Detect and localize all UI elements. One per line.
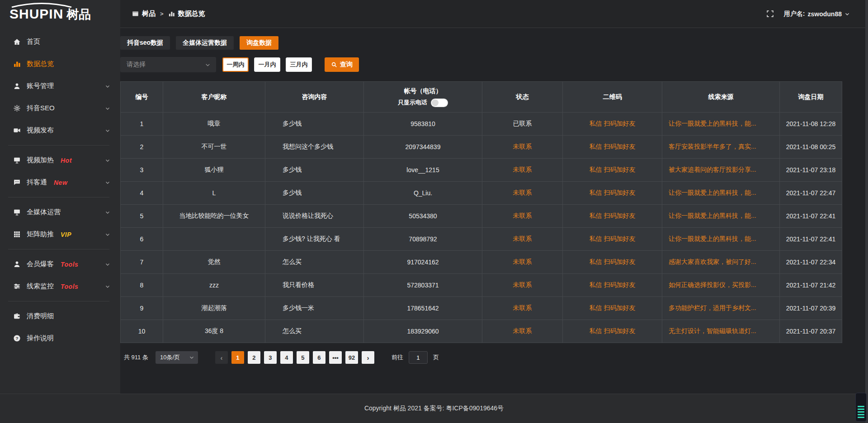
- sidebar-item-data-overview[interactable]: 数据总览: [0, 53, 120, 75]
- page-button-92[interactable]: 92: [345, 351, 358, 364]
- private-message-link[interactable]: 私信: [590, 166, 602, 173]
- sliders-icon: [13, 282, 21, 291]
- goto-label: 前往: [392, 353, 403, 362]
- cell-inquiry-date: 2021-11-07 22:34: [780, 251, 842, 274]
- private-message-link[interactable]: 私信: [590, 258, 602, 265]
- lead-source-link[interactable]: 让你一眼就爱上的黑科技，能...: [669, 235, 756, 242]
- cell-no: 1: [121, 113, 163, 136]
- extension-widget[interactable]: [855, 393, 867, 422]
- page-button-5[interactable]: 5: [297, 351, 309, 364]
- range-button-three-months[interactable]: 三月内: [286, 57, 312, 72]
- cell-status: 未联系: [482, 136, 563, 159]
- cell-lead-source: 多功能护栏灯，适用于乡村文...: [662, 297, 780, 320]
- cell-status: 未联系: [482, 274, 563, 297]
- table-row: 8 zzz 我只看价格 572803371 未联系 私信 扫码加好友 如何正确选…: [121, 274, 842, 297]
- scan-add-friend-link[interactable]: 扫码加好友: [604, 120, 635, 127]
- page-button-1-active[interactable]: 1: [231, 351, 244, 364]
- cell-qrcode: 私信 扫码加好友: [563, 228, 662, 251]
- private-message-link[interactable]: 私信: [590, 327, 602, 334]
- sidebar-item-label: 消费明细: [27, 312, 54, 320]
- header-nickname: 客户昵称: [163, 82, 265, 113]
- private-message-link[interactable]: 私信: [590, 189, 602, 196]
- sidebar: SHUPIN 树品 首页 数据总览 账号管理: [0, 0, 120, 394]
- cell-account: 917024162: [364, 251, 482, 274]
- private-message-link[interactable]: 私信: [590, 143, 602, 150]
- inquiry-table: 编号 客户昵称 咨询内容 帐号（电话） 只显示电话 状态: [120, 81, 842, 343]
- breadcrumb-separator: >: [160, 10, 164, 17]
- lead-source-link[interactable]: 被大家追着问的客厅投影分享...: [669, 166, 756, 173]
- cell-inquiry-date: 2021-11-07 22:41: [780, 228, 842, 251]
- search-button[interactable]: 查询: [325, 57, 359, 72]
- lead-source-link[interactable]: 多功能护栏灯，适用于乡村文...: [669, 304, 756, 311]
- scan-add-friend-link[interactable]: 扫码加好友: [604, 327, 635, 334]
- sidebar-item-video-publish[interactable]: 视频发布: [0, 119, 120, 141]
- page-size-select[interactable]: 10条/页: [156, 351, 198, 364]
- breadcrumb-current[interactable]: 数据总览: [168, 9, 205, 18]
- scan-add-friend-link[interactable]: 扫码加好友: [604, 281, 635, 288]
- lead-source-link[interactable]: 无主灯设计，智能磁吸轨道灯...: [669, 327, 756, 334]
- tab-douyin-seo-data[interactable]: 抖音seo数据: [120, 36, 170, 50]
- cell-status: 未联系: [482, 205, 563, 228]
- range-button-one-month[interactable]: 一月内: [254, 57, 280, 72]
- phone-only-toggle[interactable]: [431, 99, 448, 107]
- home-icon: [13, 38, 21, 46]
- lead-source-link[interactable]: 感谢大家喜欢我家，被问了好...: [669, 258, 756, 265]
- sidebar-item-douyin-seo[interactable]: 抖音SEO: [0, 97, 120, 119]
- question-icon: ?: [13, 334, 21, 343]
- private-message-link[interactable]: 私信: [590, 120, 602, 127]
- scan-add-friend-link[interactable]: 扫码加好友: [604, 235, 635, 242]
- main-area: 树品 > 数据总览 用户名: zswodun88: [120, 0, 868, 394]
- range-button-one-week[interactable]: 一周内: [222, 57, 249, 72]
- goto-page-input[interactable]: [409, 351, 428, 364]
- scrollbar-track[interactable]: [865, 0, 868, 423]
- page-button-3[interactable]: 3: [264, 351, 277, 364]
- scan-add-friend-link[interactable]: 扫码加好友: [604, 143, 635, 150]
- sidebar-item-lead-monitoring[interactable]: 线索监控 Tools: [0, 275, 120, 297]
- private-message-link[interactable]: 私信: [590, 235, 602, 242]
- chevron-down-icon: [105, 210, 110, 215]
- logo-text-en: SHUPIN: [9, 6, 63, 22]
- lead-source-link[interactable]: 让你一眼就爱上的黑科技，能...: [669, 120, 756, 127]
- scan-add-friend-link[interactable]: 扫码加好友: [604, 166, 635, 173]
- fullscreen-icon[interactable]: [766, 10, 774, 18]
- prev-page-button[interactable]: ‹: [215, 351, 228, 364]
- sidebar-item-home[interactable]: 首页: [0, 31, 120, 53]
- sidebar-item-douketong[interactable]: 抖客通 New: [0, 171, 120, 193]
- cell-lead-source: 让你一眼就爱上的黑科技，能...: [662, 113, 780, 136]
- private-message-link[interactable]: 私信: [590, 212, 602, 219]
- scan-add-friend-link[interactable]: 扫码加好友: [604, 212, 635, 219]
- sidebar-item-omnimedia-operation[interactable]: 全媒体运营: [0, 201, 120, 223]
- filter-select[interactable]: 请选择: [120, 57, 216, 72]
- page-button-6[interactable]: 6: [313, 351, 326, 364]
- sidebar-item-account-management[interactable]: 账号管理: [0, 75, 120, 97]
- sidebar-item-consumption-details[interactable]: 消费明细: [0, 305, 120, 327]
- page-button-4[interactable]: 4: [280, 351, 293, 364]
- next-page-button[interactable]: ›: [362, 351, 374, 364]
- tab-omnimedia-data[interactable]: 全媒体运营数据: [176, 36, 234, 50]
- scan-add-friend-link[interactable]: 扫码加好友: [604, 258, 635, 265]
- table-row: 3 狐小狸 多少钱 love__1215 未联系 私信 扫码加好友 被大家追着问…: [121, 159, 842, 182]
- sidebar-item-badge: Tools: [61, 261, 78, 268]
- scan-add-friend-link[interactable]: 扫码加好友: [604, 189, 635, 196]
- sidebar-item-matrix-boost[interactable]: 矩阵助推 VIP: [0, 223, 120, 245]
- page-button-2[interactable]: 2: [248, 351, 260, 364]
- lead-source-link[interactable]: 如何正确选择投影仪，买投影...: [669, 281, 756, 288]
- sidebar-item-member-leads[interactable]: 会员爆客 Tools: [0, 253, 120, 275]
- more-pages-button[interactable]: •••: [329, 351, 342, 364]
- lead-source-link[interactable]: 让你一眼就爱上的黑科技，能...: [669, 212, 756, 219]
- tab-inquiry-data[interactable]: 询盘数据: [240, 36, 278, 50]
- user-menu[interactable]: 用户名: zswodun88: [784, 10, 850, 18]
- scan-add-friend-link[interactable]: 扫码加好友: [604, 304, 635, 311]
- private-message-link[interactable]: 私信: [590, 281, 602, 288]
- lead-source-link[interactable]: 客厅安装投影半年多了，真实...: [669, 143, 756, 150]
- breadcrumb-home[interactable]: 树品: [132, 9, 156, 18]
- chat-bubble-icon: [13, 179, 21, 187]
- cell-qrcode: 私信 扫码加好友: [563, 113, 662, 136]
- brand-logo[interactable]: SHUPIN 树品: [0, 0, 120, 28]
- lead-source-link[interactable]: 让你一眼就爱上的黑科技，能...: [669, 189, 756, 196]
- sidebar-item-instructions[interactable]: ? 操作说明: [0, 327, 120, 349]
- sidebar-item-video-heating[interactable]: 视频加热 Hot: [0, 149, 120, 171]
- cell-lead-source: 让你一眼就爱上的黑科技，能...: [662, 182, 780, 205]
- cell-content: 多少钱? 让我死心 看: [265, 228, 364, 251]
- private-message-link[interactable]: 私信: [590, 304, 602, 311]
